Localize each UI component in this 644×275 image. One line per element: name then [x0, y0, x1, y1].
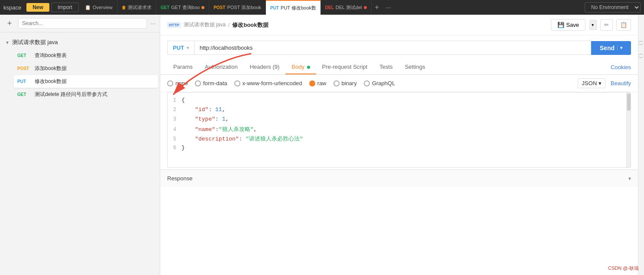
send-dropdown-arrow: ▾	[617, 45, 622, 50]
tab-params[interactable]: Params	[167, 60, 199, 74]
body-type-urlencoded[interactable]: x-www-form-urlencoded	[234, 80, 302, 86]
breadcrumb-current: 修改book数据	[232, 21, 268, 29]
url-input[interactable]	[194, 41, 591, 55]
breadcrumb-separator: /	[228, 22, 230, 28]
code-line-1: 1 {	[168, 96, 626, 106]
right-panel-icon-1[interactable]: ( )	[639, 41, 644, 45]
sidebar-item-put-book[interactable]: PUT 修改book数据	[14, 75, 158, 88]
body-type-form-data[interactable]: form-data	[195, 80, 227, 86]
import-button[interactable]: Import	[51, 3, 79, 12]
edit-button[interactable]: ✏	[600, 19, 613, 31]
sidebar-add-button[interactable]: +	[4, 18, 15, 29]
tab-post-book[interactable]: POST POST 添加book	[209, 0, 266, 15]
sidebar-item-name: 修改book数据	[35, 78, 67, 85]
top-bar: kspace New Import 📋 Overview 🗑 测试请求求 GET…	[0, 0, 644, 15]
sidebar-item-name: 查询book整表	[35, 52, 67, 59]
tab-headers[interactable]: Headers (9)	[244, 60, 286, 74]
save-dropdown-button[interactable]: ▾	[589, 20, 597, 30]
tab-dot-red	[364, 6, 367, 9]
radio-raw	[309, 80, 315, 86]
tab-test-req[interactable]: 🗑 测试请求求	[117, 0, 156, 15]
put-method-label: PUT	[270, 6, 279, 10]
tab-put-book[interactable]: PUT PUT 修改book数	[266, 0, 321, 15]
radio-graphql	[364, 80, 370, 86]
radio-none	[167, 80, 173, 86]
body-type-binary[interactable]: binary	[333, 80, 357, 86]
tab-pre-request[interactable]: Pre-request Script	[316, 60, 374, 74]
json-format-selector[interactable]: JSON ▾	[578, 78, 605, 88]
tab-body[interactable]: Body	[285, 60, 316, 74]
right-panel: ( ) ( )	[638, 15, 644, 275]
request-bar: PUT ▾ Send ▾	[167, 41, 631, 55]
radio-form-data	[195, 80, 201, 86]
save-button[interactable]: 💾 Save	[551, 19, 586, 31]
app-name: kspace	[3, 4, 21, 11]
watermark: CSDN @-耿瑞	[608, 265, 639, 272]
body-type-bar: none form-data x-www-form-urlencoded raw…	[160, 75, 638, 92]
breadcrumb-bar: HTTP 测试请求数据 java / 修改book数据 💾 Save ▾ ✏ 📋	[160, 15, 638, 35]
overview-icon: 📋	[85, 5, 91, 10]
code-line-4: 4 "name":"狼人杀攻略",	[168, 125, 626, 134]
environment-selector[interactable]: No Environment	[585, 2, 641, 13]
method-get-label: GET	[17, 53, 32, 58]
post-method-label: POST	[214, 5, 225, 10]
sidebar-item-get-delete[interactable]: GET 测试delete 路径问号后带参方式	[14, 88, 158, 101]
breadcrumb-collection: 测试请求数据 java	[184, 21, 226, 29]
body-type-raw[interactable]: raw	[309, 80, 327, 86]
code-line-5: 5 "description": "讲述狼人杀必胜心法"	[168, 134, 626, 144]
trash-icon: 🗑	[122, 5, 126, 10]
sidebar-toolbar: + ···	[0, 15, 160, 32]
main-layout: + ··· ▼ 测试请求数据 java GET 查询book整表 POST 添加…	[0, 15, 644, 275]
response-label: Response	[167, 175, 193, 182]
method-value: PUT	[173, 45, 184, 51]
response-chevron: ▾	[628, 176, 631, 182]
tab-tests[interactable]: Tests	[373, 60, 398, 74]
tab-get-book[interactable]: GET GET 查询boo	[156, 0, 209, 15]
request-tabs: Params Authorization Headers (9) Body Pr…	[160, 60, 638, 75]
radio-binary	[333, 80, 340, 86]
right-panel-icon-2[interactable]: ( )	[639, 54, 644, 58]
beautify-button[interactable]: Beautify	[611, 80, 631, 86]
sidebar-search-input[interactable]	[18, 18, 147, 29]
del-method-label: DEL	[325, 5, 334, 10]
collection-name: 测试请求数据 java	[12, 38, 58, 46]
tab-overview[interactable]: 📋 Overview	[81, 0, 117, 15]
response-bar[interactable]: Response ▾	[160, 169, 638, 187]
tab-dot-orange	[201, 6, 204, 9]
sidebar-item-get-book[interactable]: GET 查询book整表	[14, 49, 158, 62]
save-icon: 💾	[557, 22, 564, 28]
new-button[interactable]: New	[26, 3, 49, 12]
tab-authorization[interactable]: Authorization	[199, 60, 244, 74]
sidebar-more-button[interactable]: ···	[150, 20, 155, 27]
code-editor[interactable]: 1 { 2 "id": 11, 3 "type": 1, 4 "name":"狼…	[167, 92, 631, 168]
method-select[interactable]: PUT ▾	[167, 41, 194, 55]
sidebar: + ··· ▼ 测试请求数据 java GET 查询book整表 POST 添加…	[0, 15, 160, 275]
scrollbar-thumb[interactable]	[627, 93, 631, 111]
body-dot	[307, 66, 310, 69]
share-button[interactable]: 📋	[616, 19, 631, 31]
more-tabs-button[interactable]: ···	[382, 4, 395, 11]
send-button[interactable]: Send ▾	[591, 41, 631, 55]
tabs-bar: 📋 Overview 🗑 测试请求求 GET GET 查询boo POST PO…	[81, 0, 583, 15]
tab-del-book[interactable]: DEL DEL 测试del	[321, 0, 372, 15]
body-type-graphql[interactable]: GraphQL	[364, 80, 395, 86]
breadcrumb-actions: 💾 Save ▾ ✏ 📋	[551, 19, 631, 31]
cookies-button[interactable]: Cookies	[611, 64, 631, 70]
collection-header[interactable]: ▼ 测试请求数据 java	[0, 36, 160, 49]
method-dropdown-arrow: ▾	[187, 45, 189, 50]
code-lines: 1 { 2 "id": 11, 3 "type": 1, 4 "name":"狼…	[168, 93, 626, 167]
sidebar-item-name: 测试delete 路径问号后带参方式	[35, 91, 107, 98]
body-type-none[interactable]: none	[167, 80, 188, 86]
method-post-label: POST	[17, 66, 32, 71]
add-tab-button[interactable]: +	[372, 3, 382, 11]
get-method-label: GET	[161, 5, 170, 10]
scrollbar-track	[626, 93, 631, 167]
collection-items: GET 查询book整表 POST 添加book数据 PUT 修改book数据 …	[0, 49, 160, 101]
sidebar-item-post-book[interactable]: POST 添加book数据	[14, 62, 158, 75]
radio-urlencoded	[234, 80, 240, 86]
sidebar-content: ▼ 测试请求数据 java GET 查询book整表 POST 添加book数据…	[0, 32, 160, 275]
tab-settings[interactable]: Settings	[399, 60, 431, 74]
collection-toggle-icon: ▼	[5, 40, 10, 45]
code-line-3: 3 "type": 1,	[168, 115, 626, 125]
main-content: HTTP 测试请求数据 java / 修改book数据 💾 Save ▾ ✏ 📋…	[160, 15, 638, 275]
